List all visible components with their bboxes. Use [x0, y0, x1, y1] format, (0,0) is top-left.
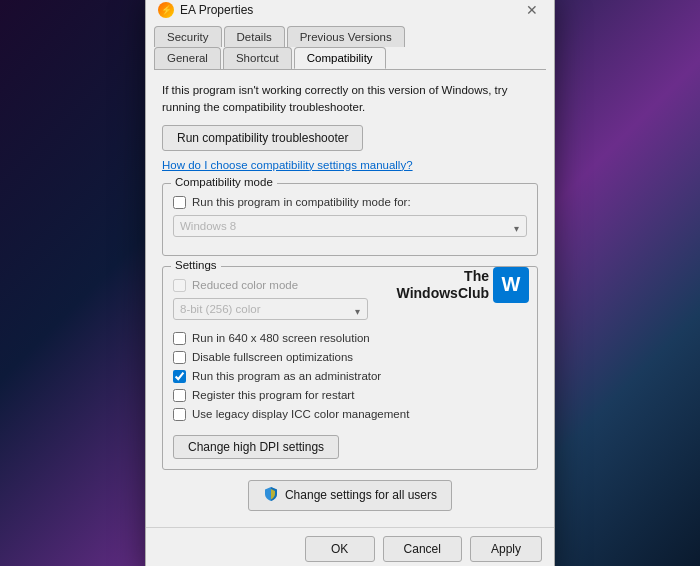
- properties-dialog: ⚡ EA Properties ✕ Security Details Previ…: [145, 0, 555, 566]
- run640-row: Run in 640 x 480 screen resolution: [173, 332, 527, 345]
- reduced-color-label: Reduced color mode: [192, 279, 298, 291]
- color-depth-dropdown[interactable]: 8-bit (256) color: [173, 298, 368, 320]
- title-bar: ⚡ EA Properties ✕: [146, 0, 554, 20]
- run-admin-label: Run this program as an administrator: [192, 370, 381, 382]
- watermark-container: TheWindowsClub W: [397, 267, 529, 303]
- tab-divider: [154, 69, 546, 70]
- tab-compatibility[interactable]: Compatibility: [294, 47, 386, 69]
- tab-security[interactable]: Security: [154, 26, 222, 47]
- apply-button[interactable]: Apply: [470, 536, 542, 562]
- run-troubleshooter-button[interactable]: Run compatibility troubleshooter: [162, 125, 363, 151]
- settings-group-label: Settings: [171, 259, 221, 271]
- disable-fullscreen-row: Disable fullscreen optimizations: [173, 351, 527, 364]
- compatibility-mode-content: Run this program in compatibility mode f…: [173, 196, 527, 241]
- dialog-footer: OK Cancel Apply: [146, 527, 554, 566]
- run-admin-checkbox[interactable]: [173, 370, 186, 383]
- compat-mode-checkbox-row: Run this program in compatibility mode f…: [173, 196, 527, 209]
- compat-mode-checkbox-label: Run this program in compatibility mode f…: [192, 196, 411, 208]
- tabs-row-1: Security Details Previous Versions: [146, 20, 554, 47]
- disable-fullscreen-checkbox[interactable]: [173, 351, 186, 364]
- ok-button[interactable]: OK: [305, 536, 375, 562]
- legacy-icc-row: Use legacy display ICC color management: [173, 408, 527, 421]
- main-content: If this program isn't working correctly …: [146, 70, 554, 526]
- compatibility-mode-label: Compatibility mode: [171, 176, 277, 188]
- tabs-row-2: General Shortcut Compatibility: [146, 47, 554, 69]
- tab-previous-versions[interactable]: Previous Versions: [287, 26, 405, 47]
- compat-mode-checkbox[interactable]: [173, 196, 186, 209]
- compat-mode-dropdown-wrapper: Windows 8 Windows 7 Windows Vista Window…: [173, 215, 527, 241]
- color-depth-wrapper: 8-bit (256) color: [173, 298, 368, 324]
- register-restart-row: Register this program for restart: [173, 389, 527, 402]
- legacy-icc-checkbox[interactable]: [173, 408, 186, 421]
- compatibility-mode-group: Compatibility mode Run this program in c…: [162, 183, 538, 256]
- disable-fullscreen-label: Disable fullscreen optimizations: [192, 351, 353, 363]
- run640-label: Run in 640 x 480 screen resolution: [192, 332, 370, 344]
- legacy-icc-label: Use legacy display ICC color management: [192, 408, 409, 420]
- reduced-color-checkbox[interactable]: [173, 279, 186, 292]
- app-icon: ⚡: [158, 2, 174, 18]
- watermark-icon: W: [493, 267, 529, 303]
- run-admin-row: Run this program as an administrator: [173, 370, 527, 383]
- change-users-label: Change settings for all users: [285, 488, 437, 502]
- help-link[interactable]: How do I choose compatibility settings m…: [162, 159, 538, 171]
- intro-text: If this program isn't working correctly …: [162, 82, 538, 114]
- watermark-text: TheWindowsClub: [397, 268, 489, 302]
- run640-checkbox[interactable]: [173, 332, 186, 345]
- title-bar-left: ⚡ EA Properties: [158, 2, 253, 18]
- close-button[interactable]: ✕: [522, 0, 542, 20]
- register-restart-label: Register this program for restart: [192, 389, 354, 401]
- compat-mode-dropdown[interactable]: Windows 8 Windows 7 Windows Vista Window…: [173, 215, 527, 237]
- change-dpi-button[interactable]: Change high DPI settings: [173, 435, 339, 459]
- tab-shortcut[interactable]: Shortcut: [223, 47, 292, 69]
- change-users-button[interactable]: Change settings for all users: [248, 480, 452, 511]
- tab-details[interactable]: Details: [224, 26, 285, 47]
- tab-general[interactable]: General: [154, 47, 221, 69]
- tabs-container: Security Details Previous Versions Gener…: [146, 20, 554, 70]
- settings-group: Settings TheWindowsClub W Reduced color …: [162, 266, 538, 470]
- register-restart-checkbox[interactable]: [173, 389, 186, 402]
- bottom-section: Change settings for all users: [162, 480, 538, 511]
- dialog-title: EA Properties: [180, 3, 253, 17]
- cancel-button[interactable]: Cancel: [383, 536, 462, 562]
- settings-content: TheWindowsClub W Reduced color mode 8-bi…: [173, 279, 527, 459]
- shield-icon: [263, 486, 279, 505]
